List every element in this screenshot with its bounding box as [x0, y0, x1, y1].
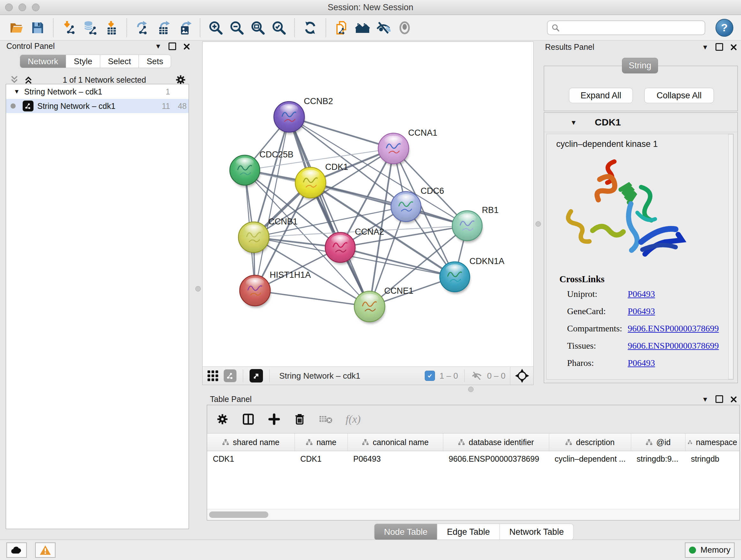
node-label-CCNB2: CCNB2	[304, 97, 333, 106]
hidden-counts: 0 – 0	[487, 371, 506, 381]
table-panel: Table Panel ▼	[207, 393, 741, 540]
network-share-mode-icon[interactable]	[224, 369, 237, 382]
center-view-crosshair-icon[interactable]	[515, 368, 529, 383]
column-header-database-identifier[interactable]: database identifier	[443, 434, 549, 451]
network-node-CCNA1[interactable]: CCNA1	[378, 128, 437, 166]
crosslink-label: Uniprot:	[567, 289, 628, 299]
warnings-button[interactable]	[35, 543, 56, 558]
network-node-HIST1H1A[interactable]: HIST1H1A	[240, 270, 311, 308]
network-collection-row[interactable]: ▼ String Network – cdk1 1	[6, 84, 189, 99]
tab-select[interactable]: Select	[100, 55, 139, 68]
close-panel-icon[interactable]	[730, 44, 737, 50]
crosslink-link[interactable]: P06493	[628, 358, 655, 368]
tab-network[interactable]: Network	[20, 55, 66, 68]
add-column-icon[interactable]	[268, 413, 280, 426]
crosslink-row: Compartments: 9606.ENSP00000378699	[567, 323, 719, 334]
entry-disclosure-icon[interactable]: ▼	[570, 119, 577, 126]
network-row-selected[interactable]: String Network – cdk1 11 48	[6, 99, 189, 113]
import-network-database-button[interactable]	[81, 18, 99, 37]
panel-menu-icon[interactable]: ▼	[702, 44, 709, 51]
open-session-button[interactable]	[8, 18, 25, 37]
zoom-out-button[interactable]	[228, 18, 246, 37]
search-input[interactable]	[563, 23, 701, 33]
left-splitter-handle[interactable]	[195, 286, 201, 292]
annotation-pages-button[interactable]	[333, 18, 350, 37]
export-network-icon	[135, 20, 150, 36]
refresh-button[interactable]	[301, 18, 319, 37]
memory-button[interactable]: Memory	[685, 543, 735, 558]
import-table-file-button[interactable]	[102, 18, 120, 37]
close-panel-icon[interactable]	[730, 396, 737, 402]
houses-button[interactable]	[354, 18, 372, 37]
panel-menu-icon[interactable]: ▼	[702, 396, 709, 402]
function-builder-icon[interactable]: f(x)	[346, 413, 360, 425]
show-items-button[interactable]	[396, 18, 414, 37]
horizontal-splitter-handle[interactable]	[468, 387, 474, 392]
selected-checkbox-icon[interactable]	[425, 371, 435, 381]
expand-all-chevron-icon[interactable]	[23, 74, 34, 85]
column-header-shared-name[interactable]: shared name	[207, 434, 294, 451]
cloud-status-button[interactable]	[6, 543, 27, 558]
node-table: shared name name canonical name database…	[207, 434, 739, 466]
column-type-icon	[362, 439, 369, 445]
column-header-canonical-name[interactable]: canonical name	[347, 434, 443, 451]
collection-count: 1	[153, 87, 170, 97]
export-image-button[interactable]	[176, 18, 193, 37]
tab-style[interactable]: Style	[66, 55, 100, 68]
column-header-name[interactable]: name	[294, 434, 347, 451]
save-session-button[interactable]	[29, 18, 47, 37]
collapse-all-chevron-icon[interactable]	[9, 74, 20, 85]
table-toolbar: f(x)	[207, 405, 739, 434]
network-node-RB1[interactable]: RB1	[452, 205, 499, 243]
close-panel-icon[interactable]	[183, 43, 190, 50]
collection-label: String Network – cdk1	[24, 87, 153, 97]
birds-eye-view-icon[interactable]	[250, 369, 263, 382]
help-button[interactable]: ?	[716, 19, 733, 37]
import-network-file-button[interactable]	[60, 18, 78, 37]
float-panel-icon[interactable]	[716, 43, 723, 51]
split-columns-icon[interactable]	[242, 413, 255, 426]
crosslink-link[interactable]: P06493	[628, 289, 655, 299]
column-header-description[interactable]: description	[549, 434, 631, 451]
hide-items-button[interactable]	[375, 18, 393, 37]
zoom-in-button[interactable]	[207, 18, 225, 37]
network-node-CDKN1A[interactable]: CDKN1A	[440, 256, 504, 294]
scrollbar-thumb[interactable]	[209, 511, 268, 518]
network-node-CDC25B[interactable]: CDC25B	[230, 150, 293, 187]
tab-network-table[interactable]: Network Table	[500, 523, 574, 540]
crosslink-link[interactable]: 9606.ENSP00000378699	[628, 341, 719, 351]
network-node-CDK1[interactable]: CDK1	[295, 162, 348, 200]
entry-description: cyclin–dependent kinase 1	[556, 139, 658, 149]
delete-table-icon[interactable]	[319, 413, 333, 426]
hidden-eye-slash-icon[interactable]	[471, 370, 482, 381]
network-canvas[interactable]: CCNB2CCNA1CDC25BCDK1CDC6RB1CCNB1CCNA2CDK…	[203, 42, 533, 367]
export-network-button[interactable]	[133, 18, 151, 37]
crosslink-link[interactable]: 9606.ENSP00000378699	[628, 323, 719, 334]
entry-header[interactable]: ▼ CDK1	[544, 113, 738, 132]
right-splitter-handle[interactable]	[536, 221, 541, 227]
table-row[interactable]: CDK1 CDK1 P06493 9606.ENSP00000378699 cy…	[207, 451, 739, 467]
table-gear-icon[interactable]	[216, 413, 229, 426]
zoom-selected-button[interactable]	[270, 18, 288, 37]
collection-disclosure-icon[interactable]: ▼	[14, 88, 20, 95]
column-type-icon	[222, 439, 229, 445]
tab-node-table[interactable]: Node Table	[374, 523, 437, 540]
tab-string[interactable]: String	[622, 58, 658, 73]
crosslink-label: GeneCard:	[567, 306, 628, 316]
panel-menu-icon[interactable]: ▼	[155, 43, 161, 50]
collapse-all-button[interactable]: Collapse All	[644, 88, 714, 103]
grid-mode-icon[interactable]	[206, 369, 219, 382]
column-header-id[interactable]: @id	[631, 434, 685, 451]
float-panel-icon[interactable]	[169, 43, 176, 50]
column-header-namespace[interactable]: namespace	[685, 434, 739, 451]
zoom-fit-button[interactable]	[249, 18, 267, 37]
houses-icon	[355, 20, 370, 36]
delete-column-icon[interactable]	[293, 413, 306, 426]
crosslink-link[interactable]: P06493	[628, 306, 655, 316]
results-scrollbar[interactable]	[728, 134, 733, 379]
expand-all-button[interactable]: Expand All	[569, 88, 633, 103]
export-table-button[interactable]	[154, 18, 172, 37]
tab-edge-table[interactable]: Edge Table	[437, 523, 500, 540]
tab-sets[interactable]: Sets	[139, 55, 171, 68]
float-panel-icon[interactable]	[716, 395, 723, 403]
